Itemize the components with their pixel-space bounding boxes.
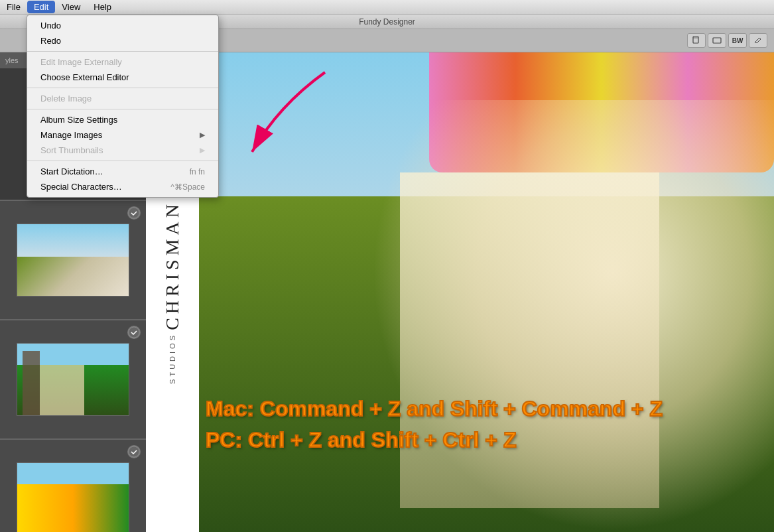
edit-dropdown: Undo Redo Edit Image Externally Choose E… <box>27 15 219 198</box>
menu-redo[interactable]: Redo <box>27 33 218 48</box>
menu-help[interactable]: Help <box>87 1 118 13</box>
svg-rect-0 <box>693 36 698 43</box>
studio-name: CHRISMAN <box>162 200 183 330</box>
menu-edit[interactable]: Edit <box>27 1 55 13</box>
menu-view[interactable]: View <box>55 1 87 13</box>
menu-undo[interactable]: Undo <box>27 18 218 33</box>
menu-album-size[interactable]: Album Size Settings <box>27 112 218 127</box>
manage-images-arrow: ▶ <box>200 131 205 139</box>
sep4 <box>27 161 218 161</box>
menubar: File Edit View Help <box>0 0 774 15</box>
dictation-shortcut: fn fn <box>190 167 205 176</box>
sep2 <box>27 88 218 88</box>
instruction-line2: PC: Ctrl + Z and Shift + Ctrl + Z <box>206 428 774 452</box>
menu-file[interactable]: File <box>0 1 27 13</box>
portrait-btn[interactable] <box>687 33 706 48</box>
menu-edit-image: Edit Image Externally <box>27 54 218 70</box>
sep3 <box>27 109 218 109</box>
bw-label: BW <box>732 37 743 44</box>
special-chars-shortcut: ^⌘Space <box>170 182 205 192</box>
thumb3-badge <box>127 326 141 339</box>
edit-btn[interactable] <box>749 33 767 48</box>
thumb2-badge <box>127 206 141 220</box>
overlay-instructions: Mac: Command + Z and Shift + Command + Z… <box>206 397 774 452</box>
bw-btn[interactable]: BW <box>728 33 747 48</box>
couple-silhouette <box>400 172 659 508</box>
svg-point-4 <box>129 446 139 457</box>
thumbnail-2[interactable] <box>0 201 146 320</box>
delete-image-label: Delete Image <box>40 94 92 103</box>
svg-point-2 <box>129 208 139 218</box>
choose-editor-label: Choose External Editor <box>40 72 129 82</box>
svg-rect-1 <box>713 38 721 43</box>
undo-label: Undo <box>40 21 61 31</box>
landscape-btn[interactable] <box>708 33 726 48</box>
app-title: Fundy Designer <box>359 17 415 27</box>
thumbnail-3[interactable] <box>0 320 146 440</box>
edit-image-label: Edit Image Externally <box>40 57 122 67</box>
album-size-label: Album Size Settings <box>40 115 117 125</box>
menu-choose-editor[interactable]: Choose External Editor <box>27 70 218 85</box>
svg-point-3 <box>129 327 139 338</box>
menu-sort-thumbnails: Sort Thumbnails ▶ <box>27 143 218 158</box>
wedding-photo <box>199 52 774 532</box>
thumbnail-4[interactable] <box>0 440 146 532</box>
sep1 <box>27 51 218 52</box>
manage-images-label: Manage Images <box>40 130 102 140</box>
sort-thumbnails-label: Sort Thumbnails <box>40 145 103 155</box>
instruction-line1: Mac: Command + Z and Shift + Command + Z <box>206 397 774 421</box>
menu-start-dictation[interactable]: Start Dictation… fn fn <box>27 164 218 179</box>
redo-label: Redo <box>40 36 61 46</box>
studio-sub: STUDIOS <box>168 333 176 384</box>
dictation-label: Start Dictation… <box>40 166 103 176</box>
menu-special-chars[interactable]: Special Characters… ^⌘Space <box>27 179 218 194</box>
photo-area: CHRISMAN STUDIOS <box>146 52 774 532</box>
thumb4-badge <box>127 445 141 458</box>
sort-arrow: ▶ <box>200 146 205 155</box>
menu-manage-images[interactable]: Manage Images ▶ <box>27 127 218 143</box>
menu-delete-image: Delete Image <box>27 91 218 106</box>
special-chars-label: Special Characters… <box>40 182 122 192</box>
